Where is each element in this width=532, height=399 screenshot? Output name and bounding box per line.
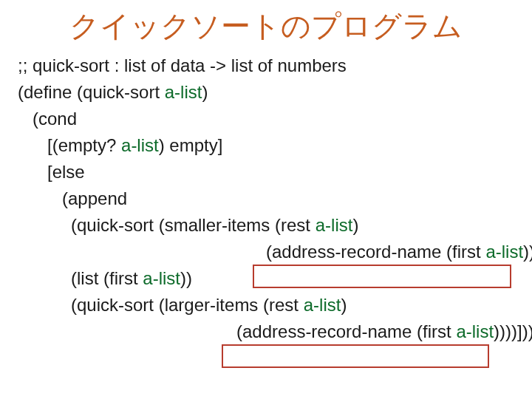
- code-quicksort-smaller: (quick-sort (smaller-items (rest a-list): [18, 212, 532, 239]
- code-cond: (cond: [18, 106, 532, 132]
- code-define: (define (quick-sort a-list): [18, 79, 532, 106]
- code-list-first: (list (first a-list)): [18, 265, 532, 292]
- text: )): [180, 268, 192, 288]
- param-alist: a-list: [456, 321, 494, 341]
- code-address-record-2: (address-record-name (first a-list))))])…: [18, 318, 532, 345]
- code-append: (append: [18, 185, 532, 212]
- text: )))): [494, 321, 517, 341]
- param-alist: a-list: [485, 242, 523, 262]
- text: ): [341, 295, 347, 315]
- text: (quick-sort (smaller-items (rest: [71, 215, 316, 235]
- text: ])): [517, 321, 532, 341]
- text: (address-record-name (first: [236, 321, 456, 341]
- code-block: ;; quick-sort : list of data -> list of …: [0, 52, 532, 345]
- text: (list (first: [71, 268, 143, 288]
- param-alist: a-list: [165, 82, 202, 102]
- code-address-record-1: (address-record-name (first a-list)))): [18, 239, 532, 265]
- slide-title: クイックソートのプログラム: [0, 6, 532, 47]
- text: ): [352, 215, 358, 235]
- highlight-box-2: [222, 344, 489, 368]
- param-alist: a-list: [143, 268, 180, 288]
- text: (define (quick-sort: [18, 82, 165, 102]
- code-else: [else: [18, 159, 532, 185]
- param-alist: a-list: [304, 295, 341, 315]
- param-alist: a-list: [316, 215, 353, 235]
- text: [(empty?: [47, 135, 121, 155]
- param-alist: a-list: [121, 135, 159, 155]
- text: ) empty]: [159, 135, 223, 155]
- code-quicksort-larger: (quick-sort (larger-items (rest a-list): [18, 292, 532, 318]
- text: (address-record-name (first: [266, 242, 485, 262]
- text: ): [202, 82, 208, 102]
- slide: クイックソートのプログラム ;; quick-sort : list of da…: [0, 0, 532, 399]
- text: (quick-sort (larger-items (rest: [71, 295, 304, 315]
- code-comment: ;; quick-sort : list of data -> list of …: [18, 52, 532, 79]
- text: )))): [523, 242, 532, 262]
- code-empty-clause: [(empty? a-list) empty]: [18, 132, 532, 159]
